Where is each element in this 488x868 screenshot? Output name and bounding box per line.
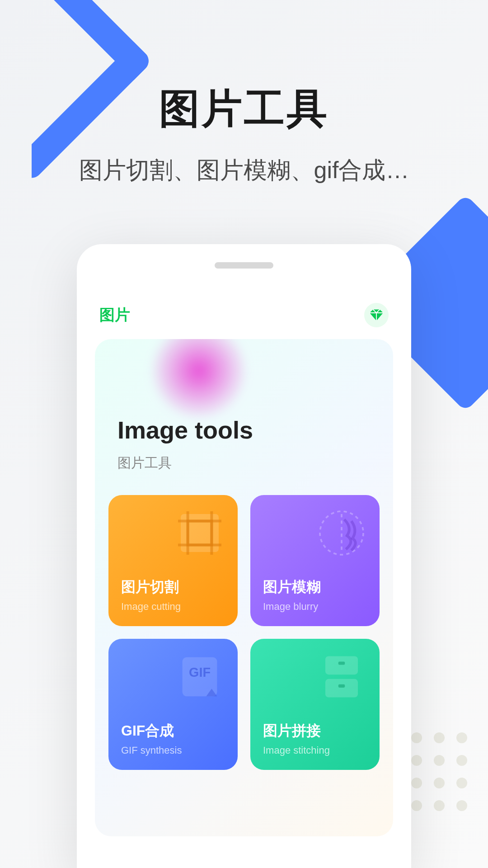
tile-title: 图片切割 [121, 577, 225, 597]
tile-title: 图片拼接 [263, 721, 367, 741]
svg-rect-12 [338, 684, 345, 688]
gif-icon: GIF [173, 650, 227, 704]
tile-subtitle: Image stitching [263, 745, 367, 756]
svg-rect-9 [325, 656, 358, 675]
tile-image-stitching[interactable]: 图片拼接 Image stitching [250, 639, 380, 770]
diamond-icon [370, 309, 383, 321]
tile-subtitle: Image cutting [121, 601, 225, 613]
tile-gif-synthesis[interactable]: GIF GIF合成 GIF synthesis [108, 639, 238, 770]
page-title: 图片工具 [0, 81, 488, 137]
tile-image-cutting[interactable]: 图片切割 Image cutting [108, 495, 238, 626]
app-tab-label[interactable]: 图片 [99, 305, 130, 326]
crop-icon [173, 506, 227, 560]
svg-rect-10 [325, 679, 358, 698]
tile-image-blur[interactable]: 图片模糊 Image blurry [250, 495, 380, 626]
hero-card: Image tools 图片工具 图片切割 Image cutting 图片模糊… [95, 339, 393, 836]
tile-title: 图片模糊 [263, 577, 367, 597]
tile-title: GIF合成 [121, 721, 225, 741]
tiles-grid: 图片切割 Image cutting 图片模糊 Image blurry GIF… [108, 495, 380, 770]
blur-icon [314, 506, 369, 560]
hero-title-cn: 图片工具 [117, 454, 380, 472]
app-header: 图片 [99, 303, 389, 327]
hero-title-en: Image tools [117, 416, 380, 444]
tile-subtitle: GIF synthesis [121, 745, 225, 756]
bg-chevron-bottom-left [0, 632, 64, 760]
stitch-icon [314, 650, 369, 704]
vip-badge-button[interactable] [364, 303, 389, 327]
headline-block: 图片工具 图片切割、图片模糊、gif合成… [0, 81, 488, 186]
tile-subtitle: Image blurry [263, 601, 367, 613]
svg-text:GIF: GIF [189, 665, 211, 679]
page-subtitle: 图片切割、图片模糊、gif合成… [0, 155, 488, 186]
magenta-glow [149, 339, 249, 420]
phone-speaker [215, 262, 273, 269]
svg-rect-11 [338, 661, 345, 665]
phone-mockup: 图片 Image tools 图片工具 图片切割 Image cutting [77, 244, 411, 868]
